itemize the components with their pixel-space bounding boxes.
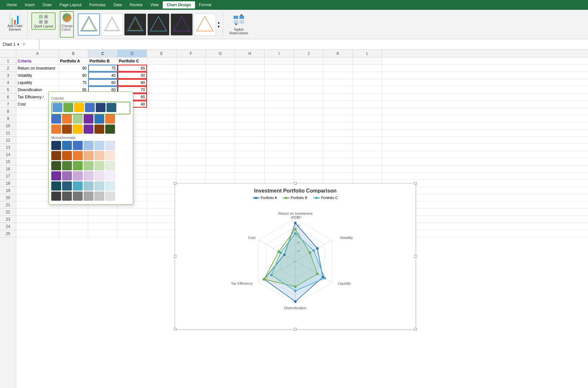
cell-r15-c6[interactable] [206,158,235,165]
cell-r9-c10[interactable] [323,115,353,122]
swatch[interactable] [105,161,115,170]
swatch[interactable] [73,151,83,160]
change-colors-button[interactable] [62,13,72,22]
cell-r19-c4[interactable] [147,187,176,194]
cell-r4-c4[interactable] [147,79,176,86]
cell-r13-c4[interactable] [147,144,176,151]
cell-r7-c6[interactable] [206,101,235,108]
swatch[interactable] [62,114,72,124]
cell-r10-c9[interactable] [294,122,323,129]
swatch[interactable] [53,103,62,112]
cell-r17-c6[interactable] [206,173,235,179]
cell-r22-c4[interactable] [147,209,176,215]
col-header-a[interactable]: A [16,50,59,57]
cell-r14-c9[interactable] [294,151,323,158]
cell-r6-c4[interactable] [147,93,176,100]
cell-r4-c10[interactable] [323,79,353,86]
swatch[interactable] [73,161,83,170]
cell-r25-c3[interactable] [118,230,147,237]
swatch[interactable] [51,161,61,170]
resize-handle-tl[interactable] [174,182,176,185]
cell-r11-c6[interactable] [206,129,235,136]
cell-r2-c8[interactable] [265,65,294,72]
resize-handle-br[interactable] [414,328,417,330]
cell-r22-c3[interactable] [118,209,147,215]
cell-r4-c11[interactable] [353,79,382,86]
col-header-i[interactable]: I [265,50,294,57]
cell-r2-c4[interactable] [147,65,176,72]
cell-r23-c3[interactable] [118,216,147,223]
cell-r9-c11[interactable] [353,115,382,122]
swatch[interactable] [84,114,93,124]
cell-r9-c4[interactable] [147,115,176,122]
cell-r20-c4[interactable] [147,194,176,201]
cell-r6-c8[interactable] [265,93,294,100]
row-header-17[interactable]: 17 [0,173,16,180]
cell-r6-c10[interactable] [323,93,353,100]
cell-r14-c4[interactable] [147,151,176,158]
name-box[interactable]: Chart 1 ▼ ✕ [0,39,39,49]
swatch[interactable] [62,161,72,170]
swatch[interactable] [51,125,61,134]
quick-layout-button[interactable]: Quick Layout [31,12,56,30]
row-header-25[interactable]: 25 [0,230,16,237]
cell-r9-c9[interactable] [294,115,323,122]
cell-r18-c4[interactable] [147,180,176,187]
cell-r11-c4[interactable] [147,129,176,136]
cell-r14-c6[interactable] [206,151,235,158]
cell-r23-c2[interactable] [88,216,118,223]
swatch[interactable] [105,192,115,201]
row-header-3[interactable]: 3 [0,72,16,79]
row-header-2[interactable]: 2 [0,65,16,72]
cell-r4-c9[interactable] [294,79,323,86]
row-header-19[interactable]: 19 [0,187,16,194]
cell-r24-c2[interactable] [88,223,118,230]
cell-r4-c7[interactable] [235,79,265,86]
cell-r4-c0[interactable]: Liquidity [16,79,59,86]
cell-r5-c11[interactable] [353,86,382,93]
resize-handle-bl[interactable] [174,328,176,330]
cell-r10-c11[interactable] [353,122,382,129]
cell-r4-c8[interactable] [265,79,294,86]
cell-r22-c0[interactable] [16,209,59,215]
swatch[interactable] [105,181,115,191]
cell-r13-c9[interactable] [294,144,323,151]
swatch[interactable] [51,114,61,124]
cell-r15-c5[interactable] [176,158,206,165]
swatch[interactable] [62,125,72,134]
cell-r1-c10[interactable] [323,58,353,64]
cell-r1-c9[interactable] [294,58,323,64]
cell-r3-c0[interactable]: Volatility [16,72,59,79]
cell-r6-c11[interactable] [353,93,382,100]
cell-r3-c8[interactable] [265,72,294,79]
swatch[interactable] [94,151,104,160]
cell-r12-c10[interactable] [323,137,353,143]
cell-r2-c11[interactable] [353,65,382,72]
cell-r24-c0[interactable] [16,223,59,230]
cell-r15-c7[interactable] [235,158,265,165]
cell-r12-c8[interactable] [265,137,294,143]
tab-data[interactable]: Data [109,1,125,8]
cell-r10-c7[interactable] [235,122,265,129]
cell-r16-c6[interactable] [206,165,235,172]
cell-r11-c11[interactable] [353,129,382,136]
cell-r14-c11[interactable] [353,151,382,158]
row-header-14[interactable]: 14 [0,151,16,158]
cell-r4-c1[interactable]: 75 [59,79,88,86]
swatch[interactable] [74,103,84,112]
swatch[interactable] [73,125,83,134]
cell-r5-c5[interactable] [176,86,206,93]
cell-r5-c8[interactable] [265,86,294,93]
cell-r14-c10[interactable] [323,151,353,158]
cell-r8-c10[interactable] [323,108,353,115]
cell-r12-c6[interactable] [206,137,235,143]
cell-r3-c9[interactable] [294,72,323,79]
cell-r14-c7[interactable] [235,151,265,158]
col-header-h[interactable]: H [235,50,265,57]
cell-r8-c6[interactable] [206,108,235,115]
cell-r16-c10[interactable] [323,165,353,172]
cell-r4-c3[interactable]: 80 [118,79,147,86]
swatch[interactable] [96,103,106,112]
cell-r9-c8[interactable] [265,115,294,122]
cell-r12-c9[interactable] [294,137,323,143]
